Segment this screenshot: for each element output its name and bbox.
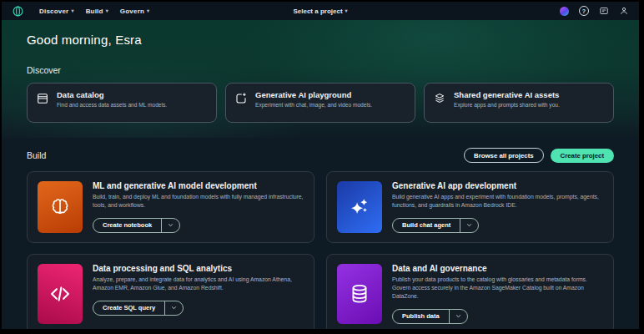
build-section-label: Build xyxy=(27,150,46,160)
publish-data-dropdown[interactable] xyxy=(449,310,467,323)
chevron-down-icon: ▾ xyxy=(147,8,149,13)
chevron-down-icon: ▾ xyxy=(71,8,73,13)
nav-menu-label: Govern xyxy=(120,8,144,15)
card-title: Data and AI governance xyxy=(392,264,603,273)
card-description: Explore apps and prompts shared with you… xyxy=(454,102,560,109)
feedback-icon[interactable] xyxy=(599,6,609,16)
build-card-grid: ML and generative AI model development B… xyxy=(27,171,614,329)
card-generative-ai-playground[interactable]: Generative AI playground Experiment with… xyxy=(225,83,415,123)
card-data-ai-governance: Data and AI governance Publish your data… xyxy=(326,254,614,329)
build-section: Build Browse all projects Create project xyxy=(2,138,639,329)
project-selector-label: Select a project xyxy=(293,8,342,15)
nav-menu-label: Build xyxy=(86,8,103,15)
amazon-q-icon[interactable] xyxy=(559,6,569,16)
create-notebook-dropdown[interactable] xyxy=(161,219,179,232)
card-description: Build generative AI apps and experiment … xyxy=(392,193,603,210)
catalog-icon xyxy=(36,92,49,105)
chevron-down-icon: ▾ xyxy=(106,8,108,13)
project-selector[interactable]: Select a project ▾ xyxy=(293,8,347,15)
discover-card-row: Data catalog Find and access data assets… xyxy=(27,83,614,123)
card-title: Data processing and SQL analytics xyxy=(93,264,304,273)
page-title: Good morning, Esra xyxy=(27,33,614,47)
card-description: Build, train, and deploy ML and foundati… xyxy=(93,193,304,210)
create-sql-query-button[interactable]: Create SQL query xyxy=(93,301,164,315)
card-title: Generative AI playground xyxy=(255,90,372,99)
build-chat-agent-split-button: Build chat agent xyxy=(392,218,479,233)
profile-icon[interactable] xyxy=(619,6,629,16)
create-project-button[interactable]: Create project xyxy=(551,149,614,163)
card-description: Find and access data assets and ML model… xyxy=(57,102,167,109)
card-title: Generative AI app development xyxy=(392,181,603,190)
create-sql-query-split-button: Create SQL query xyxy=(93,301,184,316)
card-generative-ai-app-development: Generative AI app development Build gene… xyxy=(326,171,614,243)
card-description: Experiment with chat, image, and video m… xyxy=(255,102,372,109)
card-ml-model-development: ML and generative AI model development B… xyxy=(27,171,314,243)
card-description: Analyze, prepare, and integrate data for… xyxy=(93,276,304,292)
card-title: ML and generative AI model development xyxy=(93,181,304,190)
chevron-down-icon: ▾ xyxy=(345,8,348,13)
publish-data-split-button: Publish data xyxy=(392,309,468,324)
card-data-processing-sql-analytics: Data processing and SQL analytics Analyz… xyxy=(27,254,314,329)
build-chat-agent-button[interactable]: Build chat agent xyxy=(393,219,460,232)
card-shared-generative-ai-assets[interactable]: Shared generative AI assets Explore apps… xyxy=(424,83,614,123)
nav-menu-discover[interactable]: Discover ▾ xyxy=(39,8,74,15)
create-notebook-split-button: Create notebook xyxy=(93,218,180,233)
layers-icon xyxy=(433,92,446,105)
database-icon xyxy=(337,264,382,324)
nav-menu-label: Discover xyxy=(39,8,68,15)
app-window: Discover ▾ Build ▾ Govern ▾ Select a pro… xyxy=(2,2,639,329)
hero-banner: Good morning, Esra Discover Data catalog… xyxy=(2,20,639,138)
card-description: Publish your data products to the catalo… xyxy=(392,276,603,301)
browse-all-projects-button[interactable]: Browse all projects xyxy=(464,148,544,163)
code-icon xyxy=(38,264,83,324)
create-sql-query-dropdown[interactable] xyxy=(164,301,183,315)
build-chat-agent-dropdown[interactable] xyxy=(460,219,478,232)
top-navigation: Discover ▾ Build ▾ Govern ▾ Select a pro… xyxy=(2,2,639,20)
sagemaker-unified-studio-logo-icon[interactable] xyxy=(12,5,24,18)
playground-icon xyxy=(234,92,248,105)
discover-section-label: Discover xyxy=(27,65,614,75)
nav-menu-build[interactable]: Build ▾ xyxy=(86,8,108,15)
card-title: Data catalog xyxy=(57,90,167,99)
publish-data-button[interactable]: Publish data xyxy=(393,310,449,323)
sparkles-icon xyxy=(337,181,382,233)
create-notebook-button[interactable]: Create notebook xyxy=(93,219,161,232)
nav-menu-govern[interactable]: Govern ▾ xyxy=(120,8,149,15)
brain-icon xyxy=(38,181,83,233)
help-icon[interactable]: ? xyxy=(579,6,589,16)
card-data-catalog[interactable]: Data catalog Find and access data assets… xyxy=(27,83,217,123)
card-title: Shared generative AI assets xyxy=(454,90,560,99)
